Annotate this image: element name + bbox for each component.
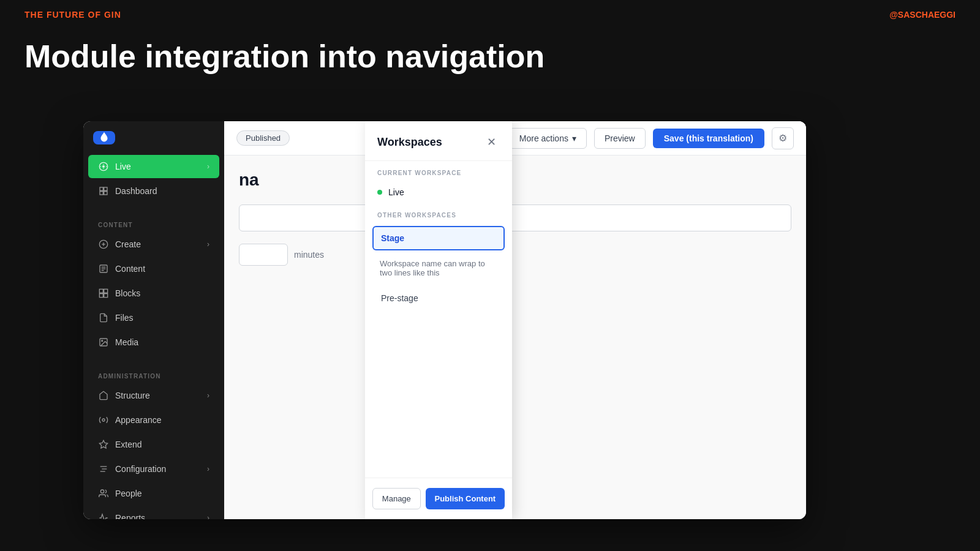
settings-icon: ⚙ — [778, 132, 787, 144]
content-body: na minutes — [224, 156, 806, 280]
workspace-panel: Workspaces ✕ CURRENT WORKSPACE Live OTHE… — [365, 121, 512, 519]
minutes-label: minutes — [294, 250, 324, 260]
reports-icon — [98, 512, 109, 519]
svg-point-0 — [102, 165, 105, 168]
more-actions-label: More actions — [519, 133, 568, 143]
sidebar-item-appearance[interactable]: Appearance — [88, 408, 219, 432]
sidebar-logo[interactable] — [93, 131, 115, 144]
close-icon: ✕ — [487, 135, 496, 149]
chevron-right-icon-reports: › — [207, 514, 209, 519]
sidebar: Live › Dashboard CONTENT Create › — [83, 121, 224, 519]
sidebar-item-content[interactable]: Content — [88, 257, 219, 280]
sidebar-item-live[interactable]: Live › — [88, 155, 219, 178]
blocks-icon — [98, 288, 109, 299]
sidebar-item-blocks[interactable]: Blocks — [88, 282, 219, 305]
sidebar-item-files[interactable]: Files — [88, 306, 219, 329]
sidebar-item-people[interactable]: People — [88, 482, 219, 505]
brand-name: THE FUTURE OF GIN — [24, 10, 121, 20]
workspace-item-wrap-label: Workspace name can wrap to two lines lik… — [380, 259, 485, 277]
workspace-panel-header: Workspaces ✕ — [365, 121, 512, 161]
svg-point-23 — [100, 490, 104, 493]
content-input-row — [239, 204, 791, 231]
svg-rect-12 — [99, 289, 103, 293]
svg-rect-14 — [99, 294, 103, 298]
svg-rect-13 — [104, 289, 108, 293]
settings-button[interactable]: ⚙ — [772, 127, 794, 149]
sidebar-item-label-blocks: Blocks — [115, 288, 140, 298]
current-workspace-label: Live — [388, 187, 404, 197]
workspace-item-wrap: Workspace name can wrap to two lines lik… — [372, 255, 505, 281]
sidebar-item-media[interactable]: Media — [88, 331, 219, 354]
svg-point-18 — [102, 419, 105, 421]
save-button[interactable]: Save (this translation) — [653, 129, 764, 148]
minutes-input[interactable] — [239, 244, 288, 266]
current-workspace-section-label: CURRENT WORKSPACE — [365, 161, 512, 181]
svg-point-17 — [102, 340, 103, 342]
sidebar-item-label-media: Media — [115, 337, 138, 347]
sidebar-item-dashboard[interactable]: Dashboard — [88, 179, 219, 203]
sidebar-section-admin: ADMINISTRATION — [83, 364, 224, 383]
create-icon — [98, 239, 109, 250]
workspace-item-stage[interactable]: Stage — [372, 226, 505, 250]
content-input-field[interactable] — [239, 204, 791, 231]
page-title: Module integration into navigation — [0, 29, 980, 99]
sidebar-item-label-reports: Reports — [115, 513, 145, 519]
appearance-icon — [98, 414, 109, 425]
sidebar-item-label-appearance: Appearance — [115, 415, 162, 425]
workspace-panel-footer: Manage Publish Content — [365, 478, 512, 519]
chevron-right-icon: › — [207, 162, 209, 171]
manage-button[interactable]: Manage — [372, 488, 421, 509]
svg-rect-15 — [104, 294, 108, 298]
workspace-item-stage-label: Stage — [381, 233, 404, 243]
svg-rect-3 — [100, 192, 103, 195]
live-icon — [98, 161, 109, 172]
media-icon — [98, 337, 109, 348]
workspace-item-prestage-label: Pre-stage — [381, 293, 418, 303]
content-title-partial: na — [239, 170, 791, 190]
brand-handle: @SASCHAEGGI — [889, 10, 956, 20]
workspace-active-dot — [377, 190, 382, 195]
svg-rect-1 — [100, 187, 103, 190]
top-bar: THE FUTURE OF GIN @SASCHAEGGI — [0, 0, 980, 29]
svg-rect-4 — [104, 192, 107, 195]
sidebar-item-label-create: Create — [115, 239, 141, 249]
svg-rect-2 — [104, 187, 107, 190]
sidebar-item-label-extend: Extend — [115, 440, 142, 449]
dashboard-icon — [98, 186, 109, 197]
chevron-right-icon-structure: › — [207, 391, 209, 400]
configuration-icon — [98, 463, 109, 474]
other-workspace-section-label: OTHER WORKSPACES — [365, 203, 512, 223]
chevron-right-icon-create: › — [207, 240, 209, 249]
sidebar-item-configuration[interactable]: Configuration › — [88, 457, 219, 481]
sidebar-item-label-configuration: Configuration — [115, 464, 166, 474]
workspace-panel-title: Workspaces — [377, 136, 442, 149]
content-header: Published More actions ▾ Preview Save (t… — [224, 121, 806, 156]
ui-card: Live › Dashboard CONTENT Create › — [83, 121, 806, 519]
preview-button[interactable]: Preview — [594, 128, 646, 149]
sidebar-item-label-live: Live — [115, 162, 131, 171]
sidebar-item-extend[interactable]: Extend — [88, 433, 219, 456]
sidebar-section-content: CONTENT — [83, 213, 224, 232]
extend-icon — [98, 439, 109, 450]
sidebar-item-reports[interactable]: Reports › — [88, 506, 219, 519]
files-icon — [98, 312, 109, 323]
structure-icon — [98, 390, 109, 401]
sidebar-item-label-people: People — [115, 489, 142, 498]
sidebar-item-structure[interactable]: Structure › — [88, 384, 219, 407]
sidebar-item-label-content: Content — [115, 264, 145, 274]
publish-content-button[interactable]: Publish Content — [426, 488, 505, 509]
more-actions-button[interactable]: More actions ▾ — [509, 128, 587, 149]
workspace-item-prestage[interactable]: Pre-stage — [372, 286, 505, 310]
sidebar-item-label-files: Files — [115, 313, 134, 323]
sidebar-item-label-structure: Structure — [115, 391, 150, 400]
minutes-row: minutes — [239, 244, 791, 266]
content-icon — [98, 263, 109, 274]
content-area: Published More actions ▾ Preview Save (t… — [224, 121, 806, 519]
svg-marker-19 — [99, 440, 107, 448]
people-icon — [98, 488, 109, 499]
close-button[interactable]: ✕ — [483, 133, 500, 151]
chevron-down-icon: ▾ — [572, 133, 576, 143]
current-workspace-item[interactable]: Live — [365, 181, 512, 203]
status-badge: Published — [236, 130, 290, 146]
sidebar-item-create[interactable]: Create › — [88, 233, 219, 256]
